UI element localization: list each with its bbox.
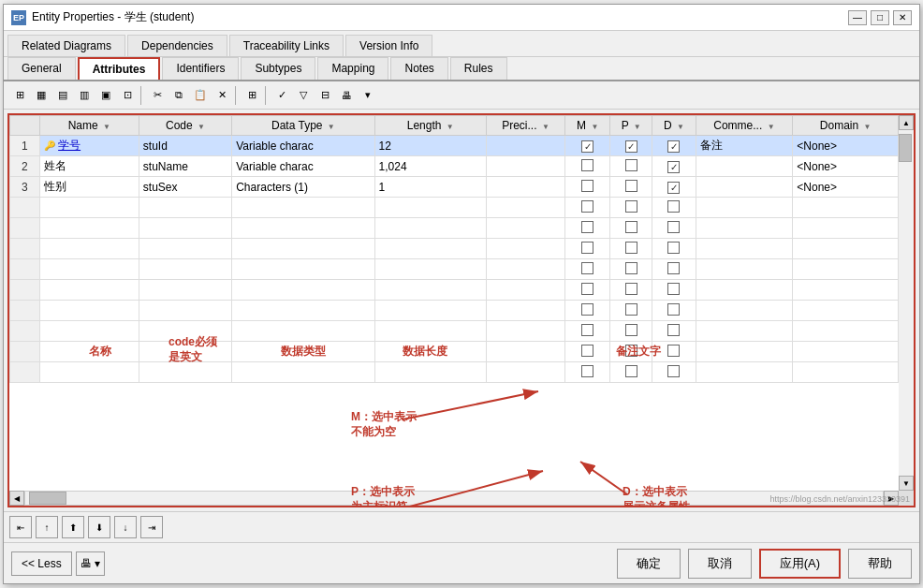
empty-p-cb7[interactable] bbox=[625, 324, 637, 336]
tb-delete-btn[interactable]: ✕ bbox=[212, 85, 232, 106]
tab-dependencies[interactable]: Dependencies bbox=[127, 35, 227, 56]
col-domain[interactable]: Domain ▼ bbox=[793, 116, 899, 136]
help-button[interactable]: 帮助 bbox=[848, 549, 912, 579]
empty-d-cb8[interactable] bbox=[667, 345, 680, 357]
row3-name[interactable]: 性别 bbox=[39, 177, 139, 198]
row2-m-checkbox[interactable] bbox=[581, 159, 593, 171]
row2-d-checkbox[interactable] bbox=[667, 161, 680, 173]
tb-btn9[interactable]: 🖶 bbox=[336, 85, 357, 106]
scroll-track-h[interactable] bbox=[24, 491, 884, 506]
empty-p-checkbox[interactable] bbox=[625, 200, 637, 213]
empty-p-cb8[interactable] bbox=[625, 345, 637, 357]
tb-filter-btn[interactable]: ▽ bbox=[293, 85, 314, 106]
row2-name[interactable]: 姓名 bbox=[39, 156, 139, 177]
tb-btn5[interactable]: ▣ bbox=[95, 85, 116, 106]
tab-version-info[interactable]: Version Info bbox=[345, 35, 432, 56]
prev-up-btn[interactable]: ↑ bbox=[36, 516, 58, 538]
empty-m-cb4[interactable] bbox=[581, 262, 593, 274]
tab-general[interactable]: General bbox=[7, 57, 76, 80]
row1-d-checkbox[interactable] bbox=[667, 140, 680, 153]
scroll-down-arrow[interactable]: ▼ bbox=[899, 476, 914, 491]
tab-attributes[interactable]: Attributes bbox=[78, 57, 161, 80]
empty-d-checkbox[interactable] bbox=[667, 200, 680, 213]
empty-p-cb3[interactable] bbox=[625, 242, 637, 254]
row3-m-checkbox[interactable] bbox=[581, 180, 593, 192]
empty-d-cb5[interactable] bbox=[667, 283, 680, 295]
empty-p-cb6[interactable] bbox=[625, 303, 637, 316]
tab-mapping[interactable]: Mapping bbox=[317, 57, 388, 80]
next-down-btn[interactable]: ↓ bbox=[114, 516, 137, 538]
row1-m-checkbox[interactable] bbox=[581, 140, 593, 153]
row1-p[interactable] bbox=[610, 136, 652, 156]
tb-cut-btn[interactable]: ✂ bbox=[147, 85, 168, 106]
empty-m-cb7[interactable] bbox=[581, 324, 593, 336]
table-row[interactable]: 3 性别 stuSex Characters (1) 1 <None> bbox=[10, 177, 899, 198]
row1-d[interactable] bbox=[652, 136, 696, 156]
col-p[interactable]: P ▼ bbox=[610, 116, 652, 136]
scroll-thumb-h[interactable] bbox=[29, 492, 66, 505]
row1-m[interactable] bbox=[565, 136, 610, 156]
empty-m-cb5[interactable] bbox=[581, 283, 593, 295]
tb-btn4[interactable]: ▥ bbox=[74, 85, 95, 106]
tb-check-btn[interactable]: ✓ bbox=[271, 85, 292, 106]
tab-related-diagrams[interactable]: Related Diagrams bbox=[7, 35, 125, 56]
tab-identifiers[interactable]: Identifiers bbox=[162, 57, 239, 80]
empty-m-cb9[interactable] bbox=[581, 365, 593, 377]
cancel-button[interactable]: 取消 bbox=[688, 549, 752, 579]
empty-m-cb2[interactable] bbox=[581, 221, 593, 233]
scroll-right-arrow[interactable]: ▶ bbox=[884, 491, 899, 506]
col-length[interactable]: Length ▼ bbox=[374, 116, 486, 136]
table-row[interactable]: 2 姓名 stuName Variable charac 1,024 bbox=[10, 156, 899, 177]
print-button[interactable]: 🖶 ▾ bbox=[76, 551, 105, 576]
tb-btn2[interactable]: ▦ bbox=[31, 85, 51, 106]
tb-copy-btn[interactable]: ⧉ bbox=[168, 85, 189, 106]
up-btn[interactable]: ⬆ bbox=[62, 516, 84, 538]
row3-d[interactable] bbox=[652, 177, 696, 198]
first-nav-btn[interactable]: ⇤ bbox=[9, 516, 32, 538]
empty-d-cb7[interactable] bbox=[667, 324, 680, 336]
tb-dropdown-btn[interactable]: ▾ bbox=[358, 85, 378, 106]
tb-btn6[interactable]: ⊡ bbox=[117, 85, 138, 106]
ok-button[interactable]: 确定 bbox=[617, 549, 681, 579]
scroll-thumb-v[interactable] bbox=[899, 134, 912, 162]
row3-d-checkbox[interactable] bbox=[667, 182, 680, 194]
col-comment[interactable]: Comme... ▼ bbox=[696, 116, 793, 136]
col-datatype[interactable]: Data Type ▼ bbox=[232, 116, 374, 136]
col-d[interactable]: D ▼ bbox=[652, 116, 696, 136]
tab-rules[interactable]: Rules bbox=[450, 57, 507, 80]
row1-name[interactable]: 🔑 学号 bbox=[39, 136, 139, 156]
tb-paste-btn[interactable]: 📋 bbox=[190, 85, 211, 106]
empty-p-cb9[interactable] bbox=[625, 365, 637, 377]
last-nav-btn[interactable]: ⇥ bbox=[140, 516, 163, 538]
tb-add-btn[interactable]: ⊞ bbox=[9, 85, 30, 106]
row1-p-checkbox[interactable] bbox=[625, 140, 637, 153]
col-m[interactable]: M ▼ bbox=[565, 116, 610, 136]
empty-m-cb8[interactable] bbox=[581, 345, 593, 357]
scroll-up-arrow[interactable]: ▲ bbox=[899, 115, 914, 130]
row2-m[interactable] bbox=[565, 156, 610, 177]
row3-p[interactable] bbox=[610, 177, 652, 198]
row2-p-checkbox[interactable] bbox=[625, 159, 637, 171]
row2-d[interactable] bbox=[652, 156, 696, 177]
col-preci[interactable]: Preci... ▼ bbox=[486, 116, 564, 136]
empty-p-cb4[interactable] bbox=[625, 262, 637, 274]
down-btn[interactable]: ⬇ bbox=[88, 516, 110, 538]
tb-btn7[interactable]: ⊞ bbox=[242, 85, 262, 106]
row2-p[interactable] bbox=[610, 156, 652, 177]
vertical-scrollbar[interactable]: ▲ ▼ bbox=[899, 115, 914, 491]
empty-m-checkbox[interactable] bbox=[581, 200, 593, 213]
empty-p-cb5[interactable] bbox=[625, 283, 637, 295]
tab-notes[interactable]: Notes bbox=[390, 57, 447, 80]
col-code[interactable]: Code ▼ bbox=[139, 116, 231, 136]
col-name[interactable]: Name ▼ bbox=[39, 116, 139, 136]
scroll-left-arrow[interactable]: ◀ bbox=[9, 491, 24, 506]
tb-btn3[interactable]: ▤ bbox=[52, 85, 73, 106]
empty-d-cb6[interactable] bbox=[667, 303, 680, 316]
close-button[interactable]: ✕ bbox=[893, 10, 912, 25]
row3-m[interactable] bbox=[565, 177, 610, 198]
minimize-button[interactable]: — bbox=[848, 10, 867, 25]
empty-p-cb2[interactable] bbox=[625, 221, 637, 233]
table-scroll-area[interactable]: Name ▼ Code ▼ Data Type ▼ Length ▼ Preci… bbox=[9, 115, 899, 491]
tb-btn8[interactable]: ⊟ bbox=[315, 85, 335, 106]
empty-d-cb2[interactable] bbox=[667, 221, 680, 233]
